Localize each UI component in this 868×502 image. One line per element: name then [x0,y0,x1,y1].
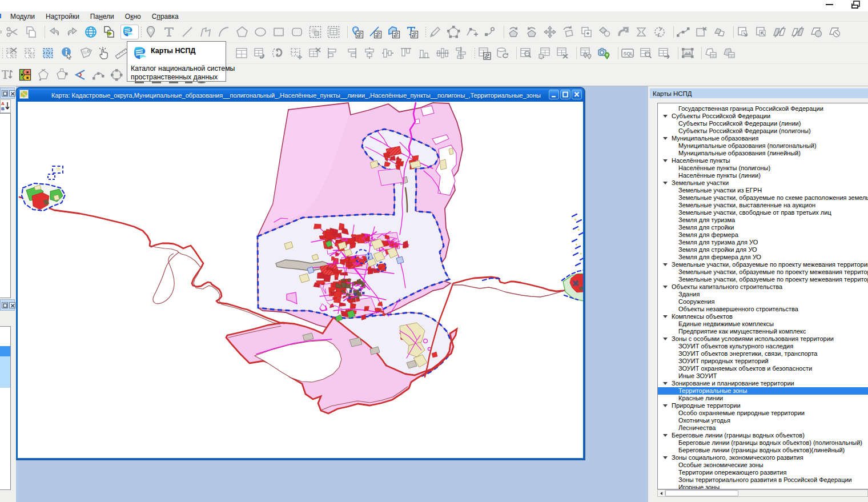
map-document-window[interactable]: Карта: Кадастровые_округа,Муниципальные_… [16,87,585,460]
tree-expander-icon[interactable] [663,159,668,162]
tree-item[interactable]: Особо охраняемые природные территории [658,409,868,417]
toolbar-button-redo[interactable] [66,25,84,39]
toolbar-button-arc-nodes[interactable] [91,68,110,82]
toolbar-button-polygon-arrow[interactable] [37,68,55,82]
tree-group-item[interactable]: Земельные участки, образуемые по проекту… [658,261,868,268]
panel-undock-button[interactable] [2,302,8,308]
toolbar-button-distribute-h[interactable] [454,46,472,60]
toolbar-button-polygon-props[interactable] [387,25,405,39]
tree-expander-icon[interactable] [663,404,668,407]
tree-item[interactable]: Особые экономические зоны [658,461,868,469]
tree-group-item[interactable]: Населённые пункты [658,157,868,164]
toolbar-button-line-props[interactable] [368,25,387,39]
toolbar-button-pin-props[interactable] [350,25,368,39]
map-close-button[interactable] [572,90,582,99]
toolbar-button-copy-shapes[interactable] [713,25,731,39]
app-minimize-button[interactable] [821,0,838,10]
toolbar-button-arc[interactable] [217,25,235,39]
sort-az-button[interactable]: AB [0,99,11,113]
toolbar-button-select-multi[interactable] [23,46,42,60]
toolbar-button-align-left[interactable] [326,46,344,60]
toolbar-button-circle-square1[interactable] [809,25,827,39]
toolbar-button-square-arrow1[interactable] [736,25,754,39]
toolbar-button-rect-x[interactable] [694,25,713,39]
tree-item[interactable]: Муниципальные образования (линейный) [658,150,868,157]
toolbar-button-circle-nodes[interactable] [110,68,128,82]
tree-item[interactable]: ЗОУИТ природных территорий [658,358,868,365]
toolbar-button-move-arrows[interactable] [543,25,561,39]
menu-item-2[interactable]: Настройки [45,12,81,21]
left-list-row-normal[interactable] [0,388,10,490]
tree-item[interactable]: Береговые линии (границы водных объектов… [658,439,868,447]
toolbar-button-align-center-h[interactable] [381,46,399,60]
tree-item[interactable]: Охотничьи угодья [658,417,868,424]
tree-item[interactable]: Земля для стройки для УО [658,246,868,254]
toolbar-button-copy[interactable] [24,25,42,39]
toolbar-button-para-slash2[interactable] [791,25,809,39]
tree-expander-icon[interactable] [663,263,668,266]
tree-item[interactable]: Земельные участки, образуемые по проекту… [658,268,868,276]
tree-item[interactable]: Предприятие как имущественный комплекс [658,328,868,335]
tree-group-item[interactable]: Зонирование и планирование территории [658,380,868,387]
tree-item[interactable]: Населённые пункты (линии) [658,172,868,179]
map-window-titlebar[interactable]: Карта: Кадастровые_округа,Муниципальные_… [17,89,584,102]
toolbar-button-table-go[interactable] [657,46,676,60]
toolbar-button-db-sync[interactable] [496,46,514,60]
tree-group-item[interactable]: Зоны с особыми условиями использования т… [658,335,868,343]
toolbar-button-poly-table1[interactable] [704,46,722,60]
tree-item[interactable]: Зоны территориального развития в Российс… [658,476,868,484]
toolbar-button-pencil[interactable] [428,25,447,39]
tree-item[interactable]: ЗОУИТ объектов культурного наследия [658,343,868,350]
tree-item[interactable]: Земля для туризма для УО [658,239,868,246]
toolbar-button-rotate-ccw[interactable] [507,25,525,39]
nspd-layer-tree[interactable]: Государственная граница Российской Федер… [657,103,868,489]
menu-item-3[interactable]: Панели [89,12,115,21]
toolbar-button-table-search[interactable] [519,46,537,60]
tree-group-item[interactable]: Зоны социального, экономического развити… [658,454,868,461]
toolbar-button-sql[interactable]: SQL [621,46,639,60]
left-panel-top-list[interactable] [0,113,11,298]
toolbar-button-nspd[interactable] [120,25,139,39]
tree-expander-icon[interactable] [663,338,668,340]
tree-item[interactable]: Единые недвижимые комплексы [658,320,868,328]
map-canvas[interactable] [18,102,583,458]
toolbar-button-scissors[interactable] [6,25,24,39]
tree-expander-icon[interactable] [663,137,668,140]
tree-item[interactable]: Земля для фермера [658,231,868,239]
toolbar-button-hourglass[interactable] [634,25,653,39]
tree-expander-icon[interactable] [663,286,668,288]
tree-item[interactable]: Земля для стройки [658,224,868,231]
toolbar-button-undo[interactable] [47,25,66,39]
tree-item[interactable]: Сооружения [658,298,868,306]
tree-expander-icon[interactable] [663,315,668,318]
app-restore-button[interactable] [847,0,864,10]
toolbar-button-node-add[interactable] [465,25,483,39]
nspd-panel-header[interactable]: Карты НСПД [650,88,868,98]
toolbar-button-table-x[interactable] [556,46,574,60]
tree-group-item[interactable]: Муниципальные образования [658,135,868,142]
tree-item[interactable]: Красные линии [658,395,868,402]
tree-item[interactable]: ЗОУИТ объектов энергетики, связи, трансп… [658,350,868,358]
toolbar-button-grid-x[interactable] [308,46,326,60]
toolbar-button-text[interactable] [162,25,180,39]
toolbar-button-image-frame[interactable] [681,46,699,60]
tree-item[interactable]: ЗОУИТ охраняемых объектов и безопасности [658,365,868,372]
toolbar-button-copy-plus[interactable] [580,25,598,39]
tree-expander-icon[interactable] [663,456,668,459]
menu-item-5[interactable]: Справка [151,12,180,21]
toolbar-button-polygon-vertex[interactable] [55,68,73,82]
scroll-left-arrow[interactable] [658,490,665,496]
toolbar-button-polygon-nodes[interactable] [447,25,465,39]
toolbar-button-rect[interactable] [272,25,290,39]
toolbar-button-select-table[interactable] [327,25,345,39]
toolbar-button-angle[interactable] [73,68,91,82]
toolbar-button-grid-plus[interactable] [290,46,308,60]
toolbar-button-table-arrow-left[interactable] [537,46,556,60]
tree-expander-icon[interactable] [663,434,668,437]
tree-item[interactable]: Иные ЗОУИТ [658,372,868,380]
toolbar-button-rotate-shape[interactable] [561,25,580,39]
tree-group-item[interactable]: Объекты капитального строительства [658,283,868,291]
toolbar-button-select-blue[interactable] [42,46,60,60]
toolbar-button-spline-nodes[interactable] [676,25,694,39]
tree-item[interactable]: Лесничества [658,424,868,432]
